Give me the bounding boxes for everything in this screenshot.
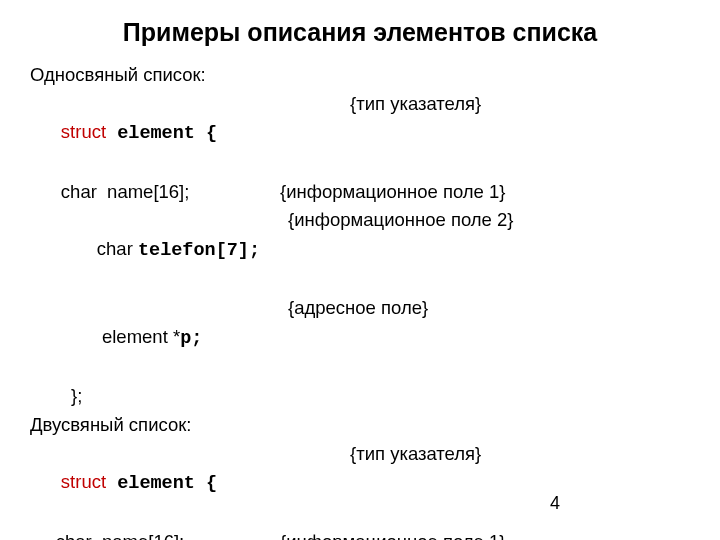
code-plain: char bbox=[61, 238, 138, 259]
s2-line2: char name[16]; {информационное поле 1} bbox=[30, 528, 690, 540]
comment: {информационное поле 2} bbox=[288, 206, 514, 294]
page-number: 4 bbox=[550, 493, 560, 514]
comment: {информационное поле 1} bbox=[280, 528, 506, 540]
code: struct element { bbox=[30, 90, 350, 178]
slide-title: Примеры описания элементов списка bbox=[30, 18, 690, 47]
code: char telefon[7]; bbox=[30, 206, 288, 294]
code: }; bbox=[30, 382, 82, 411]
s1-line2: char name[16]; {информационное поле 1} bbox=[30, 178, 690, 207]
s1-line3: char telefon[7]; {информационное поле 2} bbox=[30, 206, 690, 294]
section1-heading: Односвяный список: bbox=[30, 61, 690, 90]
code-mono: p bbox=[180, 328, 191, 349]
code: struct element { bbox=[30, 440, 350, 528]
comment: {адресное поле} bbox=[288, 294, 428, 382]
code: char name[16]; bbox=[30, 528, 280, 540]
comment: {тип указателя} bbox=[350, 440, 481, 528]
code: char name[16]; bbox=[30, 178, 280, 207]
section2-heading: Двусвяный список: bbox=[30, 411, 690, 440]
code-mono: ; bbox=[191, 328, 202, 349]
slide: Примеры описания элементов списка Односв… bbox=[0, 0, 720, 540]
s1-line5: }; bbox=[30, 382, 690, 411]
code: element *p; bbox=[30, 294, 288, 382]
text: Односвяный список: bbox=[30, 61, 206, 90]
s1-line4: element *p; {адресное поле} bbox=[30, 294, 690, 382]
s1-line1: struct element { {тип указателя} bbox=[30, 90, 690, 178]
code-mono: element { bbox=[106, 473, 217, 494]
code-plain: element * bbox=[61, 326, 180, 347]
comment: {информационное поле 1} bbox=[280, 178, 506, 207]
s2-line1: struct element { {тип указателя} bbox=[30, 440, 690, 528]
keyword-struct: struct bbox=[61, 121, 106, 142]
text: Двусвяный список: bbox=[30, 411, 191, 440]
code-mono: telefon[7]; bbox=[138, 240, 260, 261]
keyword-struct: struct bbox=[61, 471, 106, 492]
code-mono: element { bbox=[106, 123, 217, 144]
comment: {тип указателя} bbox=[350, 90, 481, 178]
